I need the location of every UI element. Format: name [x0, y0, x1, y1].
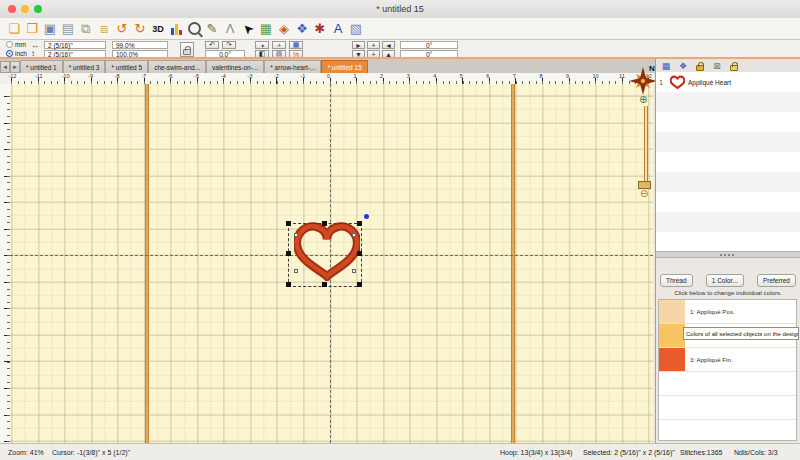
selection-handle[interactable]: [357, 221, 362, 226]
save-icon[interactable]: ▣: [42, 21, 58, 37]
ruler-number: 1: [354, 73, 357, 79]
selection-handle[interactable]: [322, 221, 327, 226]
zoom-slider-track[interactable]: [644, 106, 648, 182]
selection-handle[interactable]: [322, 282, 327, 287]
status-selected: Selected: 2 (5/16)" x 2 (5/16)": [583, 449, 675, 456]
thread-color-row[interactable]: 3: Appliqué Fin.: [659, 348, 796, 372]
document-tab[interactable]: * untitled 1: [20, 60, 63, 73]
realistic-view-button[interactable]: ◑: [255, 41, 269, 49]
document-tab[interactable]: che-swim-and...: [148, 60, 206, 73]
zoom-tool-icon[interactable]: [186, 21, 202, 37]
width-value-field[interactable]: 2 (5/16)": [44, 41, 106, 49]
view-3d-icon[interactable]: 3D: [150, 21, 166, 37]
paste-icon[interactable]: ⧈: [96, 21, 112, 37]
note-page-icon[interactable]: ▧: [348, 21, 364, 37]
node-handle[interactable]: [352, 269, 356, 273]
document-tab[interactable]: * untitled 5: [105, 60, 148, 73]
object-row-empty: [656, 132, 800, 152]
open-folder-icon[interactable]: ❒: [24, 21, 40, 37]
selection-handle[interactable]: [286, 251, 291, 256]
width-scale-field[interactable]: 99.0%: [112, 41, 168, 49]
object-row-empty: [656, 212, 800, 232]
padlock-shape: [730, 65, 738, 71]
rotate-ccw-button[interactable]: ↶: [205, 41, 219, 49]
rotation-origin-dot[interactable]: [364, 214, 369, 219]
rotate-cw-button[interactable]: ↷: [222, 41, 236, 49]
radio-circle: [6, 50, 13, 57]
nudge-button[interactable]: +: [367, 41, 380, 49]
zoom-in-icon[interactable]: ⊕: [639, 94, 647, 105]
transform-toolbar: mminch ↔ ↕ 2 (5/16)" 99.0% 2 (5/16)" 100…: [0, 40, 800, 57]
thread-icon[interactable]: ✱: [312, 21, 328, 37]
ruler-number: -12: [8, 73, 16, 79]
document-tab[interactable]: valentines-on-...: [206, 60, 264, 73]
document-tab[interactable]: * arrow-heart-...: [264, 60, 321, 73]
document-tab-bar: ◄ ► * untitled 1* untitled 3* untitled 5…: [0, 59, 655, 73]
zoom-out-icon[interactable]: ⊖: [640, 188, 648, 199]
selection-handle[interactable]: [286, 221, 291, 226]
center-design-button[interactable]: +: [272, 41, 286, 49]
status-bar: Zoom: 41% Cursor: -1(3/8)" x 5 (1/2)" Ho…: [0, 443, 800, 460]
redo-icon[interactable]: ↻: [132, 21, 148, 37]
selection-box[interactable]: [288, 223, 362, 287]
undo-icon[interactable]: ↺: [114, 21, 130, 37]
print-icon[interactable]: ▤: [60, 21, 76, 37]
grid-settings-button[interactable]: ▦: [289, 41, 303, 49]
ruler-number: -10: [62, 73, 70, 79]
status-stitches: Stitches:1365: [680, 449, 722, 456]
tabs-scroll-right-button[interactable]: ►: [10, 61, 20, 73]
selection-handle[interactable]: [357, 282, 362, 287]
node-handle[interactable]: [352, 233, 356, 237]
nudge-button[interactable]: ◄: [382, 41, 395, 49]
object-row-empty: [656, 92, 800, 112]
panel-splitter[interactable]: [656, 251, 800, 258]
ruler-number: 9: [566, 73, 569, 79]
angle-field-1[interactable]: 0°: [400, 41, 458, 49]
thread-label: 3: Appliqué Fin.: [685, 356, 733, 363]
new-document-icon[interactable]: ❏: [6, 21, 22, 37]
image-icon[interactable]: ▦: [258, 21, 274, 37]
color-hint-text: Click below to change individual colors.: [656, 289, 800, 296]
hoop-right-edge: [511, 84, 515, 443]
color-panel: Color Notes Thread 1 Color... Preferred …: [656, 258, 800, 443]
proportional-lock-button[interactable]: [180, 42, 194, 57]
selection-handle[interactable]: [357, 251, 362, 256]
status-zoom: Zoom: 41%: [8, 449, 44, 456]
thread-button[interactable]: Thread: [660, 274, 693, 287]
density-chart-icon[interactable]: [168, 23, 184, 35]
select-arrow-icon[interactable]: ➤: [237, 17, 260, 40]
ruler-number: 7: [513, 73, 516, 79]
hide-selected-icon[interactable]: ⊠: [711, 60, 723, 71]
node-handle[interactable]: [294, 269, 298, 273]
thread-color-row[interactable]: 1: Appliqué Pos.: [659, 300, 796, 324]
object-row[interactable]: 1Appliqué Heart: [656, 72, 800, 92]
lock-all-icon[interactable]: [728, 60, 740, 71]
document-tab[interactable]: * untitled 3: [63, 60, 106, 73]
status-needles: Ndls/Cols: 3/3: [734, 449, 778, 456]
object-list: 1Appliqué Heart: [656, 72, 800, 251]
copy-icon[interactable]: ⧉: [78, 21, 94, 37]
object-row-empty: [656, 172, 800, 192]
lock-selected-icon[interactable]: [694, 60, 706, 71]
ruler-number: -3: [247, 73, 252, 79]
nudge-button[interactable]: ►: [352, 41, 365, 49]
ruler-number: -7: [141, 73, 146, 79]
object-row-empty: [656, 152, 800, 172]
sequence-view-icon[interactable]: ▦: [660, 60, 672, 71]
stitch-points-icon[interactable]: ❖: [294, 21, 310, 37]
document-tab[interactable]: * untitled 15: [321, 60, 367, 73]
preferred-button[interactable]: Preferred: [757, 274, 796, 287]
selection-handle[interactable]: [286, 282, 291, 287]
node-handle[interactable]: [294, 233, 298, 237]
unit-radio-inch[interactable]: inch: [6, 50, 27, 57]
thread-label: 1: Appliqué Pos.: [685, 308, 735, 315]
lettering-icon[interactable]: A: [330, 21, 346, 37]
stitch-edit-icon[interactable]: ✎: [204, 21, 220, 37]
unit-radio-mm[interactable]: mm: [6, 41, 26, 48]
ruler-number: 10: [593, 73, 599, 79]
hoop-icon[interactable]: ◈: [276, 21, 292, 37]
object-index: 1: [656, 79, 666, 86]
tabs-scroll-left-button[interactable]: ◄: [0, 61, 10, 73]
color-sequence-icon[interactable]: ❖: [677, 60, 689, 71]
one-color-button[interactable]: 1 Color...: [706, 274, 744, 287]
